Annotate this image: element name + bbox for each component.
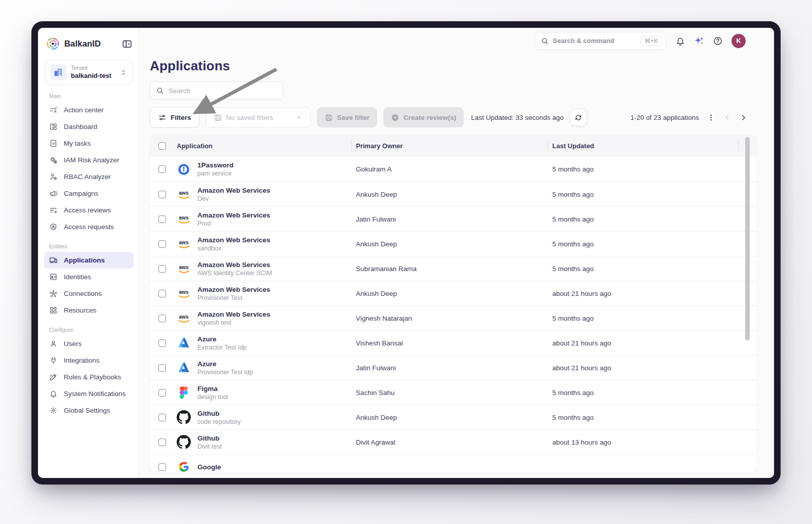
save-filter-button[interactable]: Save filter <box>317 107 378 127</box>
row-checkbox[interactable] <box>158 165 166 173</box>
table-row[interactable]: Github code repository Ankush Deep 5 mon… <box>150 405 757 429</box>
access-reviews-icon <box>49 206 58 214</box>
app-name: Amazon Web Services <box>197 236 270 244</box>
sidebar-item-access-requests[interactable]: Access requests <box>44 219 134 235</box>
sidebar: BalkanID Tenant balkanid-test Main Actio… <box>38 28 139 478</box>
row-checkbox[interactable] <box>158 414 166 421</box>
sidebar-item-applications[interactable]: Applications <box>44 252 134 269</box>
campaigns-icon <box>49 189 58 198</box>
last-updated: 5 months ago <box>548 389 757 397</box>
nav-section-label: Entities <box>49 243 134 249</box>
column-header-application[interactable]: Application <box>172 142 351 150</box>
table-row[interactable]: Amazon Web Services Prod Jatin Fulwani 5… <box>150 206 757 231</box>
sidebar-item-rbac-analyzer[interactable]: RBAC Analyzer <box>44 168 134 185</box>
table-row[interactable]: 1Password pam service Gokulram A 5 month… <box>150 157 757 182</box>
ai-sparkles-icon[interactable] <box>694 36 704 46</box>
sidebar-item-identities[interactable]: Identities <box>44 269 134 285</box>
column-header-last-updated[interactable]: Last Updated <box>548 142 757 150</box>
prev-page-icon[interactable] <box>723 113 732 122</box>
table-row[interactable]: Amazon Web Services sandbox Ankush Deep … <box>150 231 757 256</box>
sidebar-item-my-tasks[interactable]: My tasks <box>44 135 134 152</box>
row-checkbox[interactable] <box>158 463 166 471</box>
row-checkbox[interactable] <box>158 339 166 347</box>
row-checkbox[interactable] <box>158 215 166 223</box>
github-logo-icon <box>177 435 191 449</box>
primary-owner: Sachin Sahu <box>351 389 548 397</box>
table-row[interactable]: Amazon Web Services Provisioner Test Ank… <box>150 281 757 305</box>
row-checkbox[interactable] <box>158 439 166 446</box>
applications-icon <box>49 256 58 265</box>
table-row[interactable]: Amazon Web Services AWS Identity Center … <box>150 256 757 281</box>
table-row[interactable]: Azure Provisioner Test Idp Jatin Fulwani… <box>150 355 757 380</box>
tenant-selector[interactable]: Tenant balkanid-test <box>45 60 133 85</box>
table-row[interactable]: Google <box>150 454 757 472</box>
user-avatar[interactable]: K <box>732 34 746 48</box>
help-icon[interactable] <box>713 36 723 46</box>
sidebar-item-users[interactable]: Users <box>44 335 134 352</box>
pagination-group: 1-20 of 23 applications <box>630 113 757 122</box>
sidebar-item-integrations[interactable]: Integrations <box>44 352 134 369</box>
sidebar-item-connections[interactable]: Connections <box>44 285 134 302</box>
row-checkbox[interactable] <box>158 364 166 372</box>
1password-logo-icon <box>177 162 191 177</box>
nav-section-label: Main <box>49 93 134 99</box>
table-body: 1Password pam service Gokulram A 5 month… <box>150 157 757 472</box>
notifications-bell-icon[interactable] <box>675 36 685 46</box>
row-checkbox[interactable] <box>158 191 166 198</box>
sidebar-item-dashboard[interactable]: Dashboard <box>44 118 134 135</box>
app-subtitle: Extractor Test Idp <box>197 343 247 352</box>
table-row[interactable]: Amazon Web Services Dev Ankush Deep 5 mo… <box>150 182 757 206</box>
sidebar-item-system-notifications[interactable]: System Notifications <box>44 385 134 402</box>
column-divider <box>351 141 352 151</box>
users-icon <box>49 339 58 348</box>
applications-search-input[interactable]: Search <box>150 81 283 100</box>
sidebar-item-rules-playbooks[interactable]: Rules & Playbooks <box>44 369 134 385</box>
app-name: Figma <box>197 384 228 393</box>
table-row[interactable]: Figma design tool Sachin Sahu 5 months a… <box>150 380 757 405</box>
refresh-icon <box>575 114 582 121</box>
app-name: Github <box>197 434 222 443</box>
row-checkbox[interactable] <box>158 265 166 273</box>
last-updated: about 13 hours ago <box>548 439 757 446</box>
app-name: Google <box>197 463 221 471</box>
applications-search-placeholder: Search <box>169 87 190 95</box>
sidebar-collapse-icon[interactable] <box>121 38 133 50</box>
row-checkbox[interactable] <box>158 315 166 322</box>
sidebar-item-iam-risk-analyzer[interactable]: IAM Risk Analyzer <box>44 152 134 168</box>
table-scrollbar[interactable] <box>745 137 750 340</box>
kebab-menu-icon[interactable] <box>707 113 715 122</box>
sidebar-item-action-center[interactable]: Action center <box>44 102 134 118</box>
pagination-count: 1-20 of 23 applications <box>630 114 699 121</box>
sidebar-item-resources[interactable]: Resources <box>44 302 134 319</box>
app-name: Amazon Web Services <box>197 285 270 294</box>
last-updated: 5 months ago <box>548 240 757 248</box>
column-header-primary-owner[interactable]: Primary Owner <box>351 142 548 150</box>
next-page-icon[interactable] <box>739 113 748 122</box>
table-row[interactable]: Github Divit test Divit Agrawal about 13… <box>150 429 757 454</box>
aws-logo-icon <box>177 187 191 201</box>
row-checkbox[interactable] <box>158 240 166 248</box>
sidebar-item-campaigns[interactable]: Campaigns <box>44 185 134 202</box>
row-checkbox[interactable] <box>158 290 166 297</box>
sidebar-item-access-reviews[interactable]: Access reviews <box>44 202 134 219</box>
row-checkbox[interactable] <box>158 389 166 397</box>
app-subtitle: code repository <box>197 418 240 426</box>
global-search-input[interactable]: Search & command ⌘+K <box>535 32 667 50</box>
table-row[interactable]: Azure Extractor Test Idp Vishesh Bansal … <box>150 330 757 355</box>
select-all-checkbox[interactable] <box>158 142 166 150</box>
save-icon <box>324 113 333 122</box>
global-search-placeholder: Search & command <box>553 37 636 45</box>
sidebar-item-global-settings[interactable]: Global Settings <box>44 402 134 419</box>
resources-icon <box>49 306 58 315</box>
system-notifications-icon <box>49 389 58 398</box>
azure-logo-icon <box>177 336 191 350</box>
global-settings-icon <box>49 406 58 415</box>
saved-filters-select[interactable]: No saved filters <box>206 107 311 127</box>
app-subtitle: Provisioner Test <box>197 294 270 302</box>
refresh-button[interactable] <box>570 109 587 126</box>
app-name: Amazon Web Services <box>197 211 270 220</box>
filters-button[interactable]: Filters <box>150 107 199 127</box>
column-divider <box>548 141 548 151</box>
create-reviews-button[interactable]: Create review(s) <box>383 107 464 127</box>
table-row[interactable]: Amazon Web Services vignesh test Vignesh… <box>150 305 757 330</box>
